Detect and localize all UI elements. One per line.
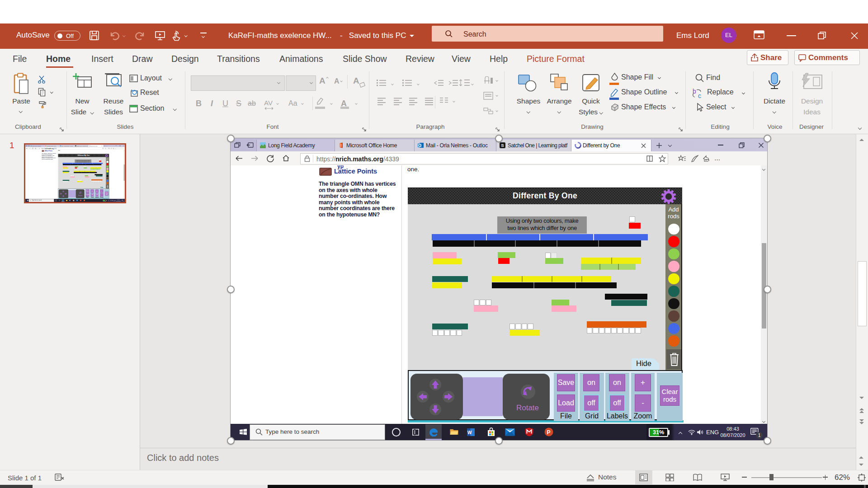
svg-text:P: P bbox=[547, 429, 551, 436]
svg-text:W: W bbox=[467, 430, 472, 435]
svg-text:W: W bbox=[69, 200, 70, 201]
svg-text:c: c bbox=[698, 92, 701, 99]
